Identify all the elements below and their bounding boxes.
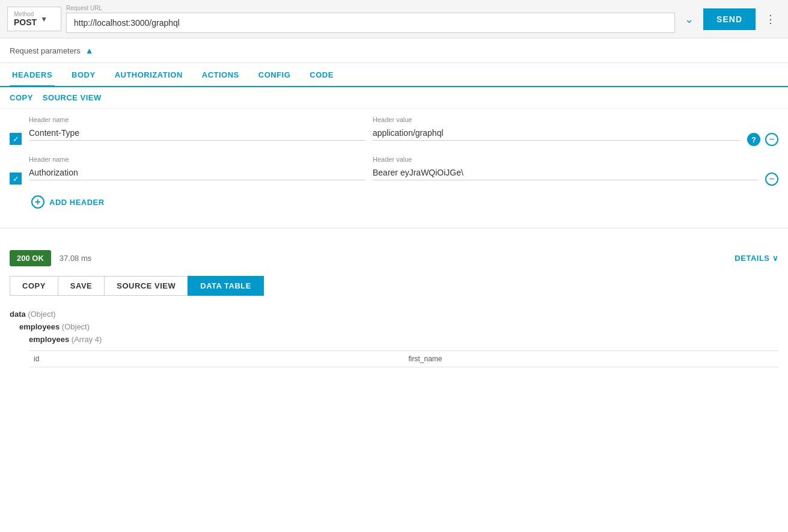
header-2-name-group: Header name (29, 156, 365, 180)
header-1-checkbox[interactable]: ✓ (10, 133, 22, 145)
more-options-button[interactable]: ⋮ (760, 10, 781, 28)
details-label: DETAILS (735, 254, 769, 263)
col-first-name: first_name (404, 351, 779, 367)
method-value: POST (14, 17, 37, 27)
data-key: data (10, 310, 28, 319)
employees-outer-type: (Object) (62, 322, 90, 331)
section-divider (0, 228, 788, 228)
collapse-icon[interactable]: ▲ (85, 46, 94, 55)
response-section: 200 OK 37.08 ms DETAILS ∨ COPY SAVE SOUR… (0, 240, 788, 379)
response-status-left: 200 OK 37.08 ms (10, 250, 91, 266)
request-params-label: Request parameters (10, 46, 81, 55)
checkmark-icon: ✓ (13, 135, 19, 144)
send-button[interactable]: SEND (703, 8, 756, 30)
tab-code[interactable]: CODE (307, 63, 336, 87)
tab-authorization[interactable]: AUTHORIZATION (112, 63, 185, 87)
help-icon[interactable]: ? (747, 133, 760, 146)
more-icon: ⋮ (765, 13, 776, 25)
header-value-label: Header value (373, 156, 758, 163)
employees-outer-key: employees (19, 322, 62, 331)
employees-inner-key: employees (29, 335, 72, 344)
source-view-button[interactable]: SOURCE VIEW (43, 93, 102, 102)
collapse-button[interactable]: ⌄ (680, 10, 698, 28)
headers-section: ✓ Header name Header value ? − ✓ Header … (0, 109, 788, 216)
request-params-bar: Request parameters ▲ (0, 38, 788, 63)
checkmark-icon: ✓ (13, 174, 19, 183)
data-table-headers: id first_name (29, 350, 778, 367)
header-row: ✓ Header name Header value − (10, 156, 778, 186)
header-2-checkbox[interactable]: ✓ (10, 173, 22, 185)
tree-node-employees-outer: employees (Object) (19, 320, 778, 333)
response-actions: COPY SAVE SOURCE VIEW DATA TABLE (10, 276, 778, 296)
header-row: ✓ Header name Header value ? − (10, 116, 778, 146)
method-selector[interactable]: Method POST ▼ (7, 7, 61, 31)
header-1-value-group: Header value (373, 116, 740, 141)
header-value-label: Header value (373, 116, 740, 123)
header-name-label: Header name (29, 116, 365, 123)
tab-actions[interactable]: ACTIONS (200, 63, 242, 87)
copy-headers-button[interactable]: COPY (10, 93, 33, 102)
tab-headers[interactable]: HEADERS (10, 63, 55, 87)
add-header-label: ADD HEADER (49, 198, 105, 207)
data-type: (Object) (28, 310, 55, 319)
header-1-name-group: Header name (29, 116, 365, 141)
save-response-button[interactable]: SAVE (58, 276, 104, 296)
header-2-name-input[interactable] (29, 165, 365, 180)
tree-node-data: data (Object) (10, 308, 778, 320)
header-2-value-input[interactable] (373, 165, 758, 180)
tabs-bar: HEADERS BODY AUTHORIZATION ACTIONS CONFI… (0, 63, 788, 87)
response-body: data (Object) employees (Object) employe… (10, 305, 778, 370)
method-chevron-icon: ▼ (40, 15, 47, 23)
tree-node-employees-inner: employees (Array 4) (29, 333, 778, 346)
header-2-value-group: Header value (373, 156, 758, 180)
sub-actions-bar: COPY SOURCE VIEW (0, 87, 788, 109)
copy-response-button[interactable]: COPY (10, 276, 58, 296)
details-button[interactable]: DETAILS ∨ (735, 254, 778, 263)
response-status-bar: 200 OK 37.08 ms DETAILS ∨ (10, 250, 778, 266)
tab-body[interactable]: BODY (69, 63, 98, 87)
source-view-response-button[interactable]: SOURCE VIEW (104, 276, 188, 296)
col-id: id (29, 351, 404, 367)
top-bar: Method POST ▼ Request URL http://localho… (0, 0, 788, 38)
status-badge: 200 OK (10, 250, 51, 266)
employees-inner-type: (Array 4) (72, 335, 102, 344)
header-1-name-input[interactable] (29, 126, 365, 141)
response-time: 37.08 ms (60, 254, 91, 263)
header-1-value-input[interactable] (373, 126, 740, 141)
header-name-label: Header name (29, 156, 365, 163)
header-2-checkbox-area: ✓ (10, 156, 22, 185)
remove-header-1-button[interactable]: − (765, 133, 778, 146)
add-header-button[interactable]: + ADD HEADER (31, 195, 778, 209)
remove-header-2-button[interactable]: − (765, 173, 778, 186)
chevron-down-icon: ⌄ (685, 13, 694, 25)
tab-config[interactable]: CONFIG (256, 63, 293, 87)
header-1-checkbox-area: ✓ (10, 116, 22, 145)
header-1-actions: ? − (747, 116, 778, 146)
header-2-actions: − (765, 156, 778, 186)
url-label: Request URL (66, 5, 675, 11)
details-chevron-icon: ∨ (772, 254, 779, 263)
data-table-button[interactable]: DATA TABLE (188, 276, 264, 296)
url-input[interactable]: http://localhost:3000/graphql (66, 13, 675, 33)
plus-circle-icon: + (31, 195, 44, 209)
method-label: Method (14, 11, 37, 17)
